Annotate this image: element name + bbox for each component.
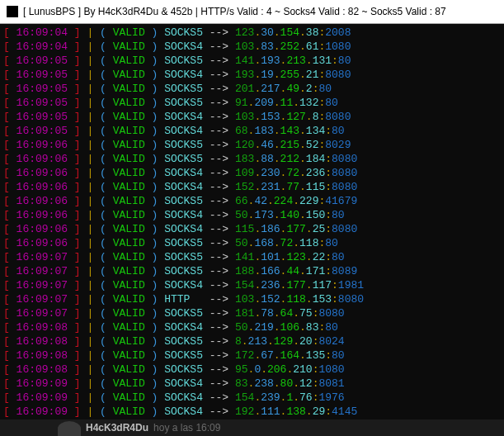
log-line: [ 16:09:05 ] | ( VALID ) SOCKS4 --> 68.1…: [3, 124, 504, 138]
log-line: [ 16:09:07 ] | ( VALID ) SOCKS5 --> 188.…: [3, 264, 504, 278]
log-line: [ 16:09:07 ] | ( VALID ) SOCKS4 --> 154.…: [3, 278, 504, 292]
log-line: [ 16:09:06 ] | ( VALID ) SOCKS4 --> 115.…: [3, 222, 504, 236]
log-line: [ 16:09:05 ] | ( VALID ) SOCKS4 --> 103.…: [3, 110, 504, 124]
status-text: hoy a las 16:09: [153, 421, 220, 435]
log-line: [ 16:09:06 ] | ( VALID ) SOCKS4 --> 152.…: [3, 180, 504, 194]
log-line: [ 16:09:05 ] | ( VALID ) SOCKS4 --> 193.…: [3, 68, 504, 82]
log-line: [ 16:09:08 ] | ( VALID ) SOCKS5 --> 172.…: [3, 348, 504, 363]
window-title: [ LunusBPS ] By H4cK3dR4Du & 452b | HTTP…: [23, 5, 446, 19]
log-line: [ 16:09:06 ] | ( VALID ) SOCKS5 --> 50.1…: [3, 236, 504, 250]
window-icon: [7, 6, 18, 17]
log-line: [ 16:09:05 ] | ( VALID ) SOCKS5 --> 141.…: [3, 54, 504, 68]
log-line: [ 16:09:06 ] | ( VALID ) SOCKS4 --> 50.1…: [3, 208, 504, 222]
window-titlebar: [ LunusBPS ] By H4cK3dR4Du & 452b | HTTP…: [0, 0, 504, 24]
log-line: [ 16:09:05 ] | ( VALID ) SOCKS5 --> 91.2…: [3, 96, 504, 110]
log-line: [ 16:09:07 ] | ( VALID ) HTTP --> 103.15…: [3, 292, 504, 306]
log-line: [ 16:09:06 ] | ( VALID ) SOCKS5 --> 66.4…: [3, 194, 504, 208]
log-line: [ 16:09:05 ] | ( VALID ) SOCKS5 --> 201.…: [3, 82, 504, 96]
log-line: [ 16:09:09 ] | ( VALID ) SOCKS4 --> 192.…: [3, 405, 504, 419]
log-line: [ 16:09:07 ] | ( VALID ) SOCKS5 --> 141.…: [3, 250, 504, 264]
log-line: [ 16:09:04 ] | ( VALID ) SOCKS5 --> 123.…: [3, 26, 504, 40]
log-line: [ 16:09:08 ] | ( VALID ) SOCKS5 --> 8.21…: [3, 334, 504, 348]
log-line: [ 16:09:09 ] | ( VALID ) SOCKS4 --> 83.2…: [3, 377, 504, 391]
log-line: [ 16:09:06 ] | ( VALID ) SOCKS4 --> 109.…: [3, 166, 504, 180]
terminal-output: [ 16:09:04 ] | ( VALID ) SOCKS5 --> 123.…: [0, 24, 504, 436]
log-line: [ 16:09:04 ] | ( VALID ) SOCKS4 --> 103.…: [3, 40, 504, 54]
discord-status-bar: H4cK3dR4Du hoy a las 16:09: [0, 419, 504, 436]
log-line: [ 16:09:06 ] | ( VALID ) SOCKS5 --> 120.…: [3, 138, 504, 152]
log-line: [ 16:09:08 ] | ( VALID ) SOCKS4 --> 50.2…: [3, 320, 504, 334]
username: H4cK3dR4Du: [86, 421, 148, 435]
log-line: [ 16:09:07 ] | ( VALID ) SOCKS5 --> 181.…: [3, 306, 504, 320]
avatar: [58, 421, 81, 436]
log-line: [ 16:09:06 ] | ( VALID ) SOCKS5 --> 183.…: [3, 152, 504, 166]
log-line: [ 16:09:08 ] | ( VALID ) SOCKS5 --> 95.0…: [3, 363, 504, 377]
log-line: [ 16:09:09 ] | ( VALID ) SOCKS4 --> 154.…: [3, 391, 504, 405]
